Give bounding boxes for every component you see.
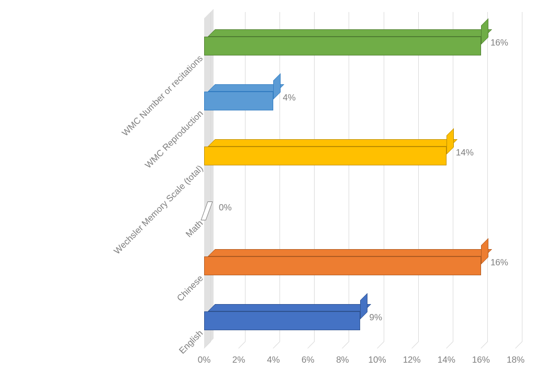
gridline [349,12,349,342]
y-tick-label: Wechsler Memory Scale (total) [112,163,205,256]
bar [204,147,447,165]
bar-front [204,256,481,275]
gridline [280,12,280,342]
gridline-floor [342,342,349,349]
gridline [418,12,419,342]
bar-value-label: 14% [456,148,474,158]
x-tick-label: 0% [198,355,211,365]
x-tick-label: 8% [336,355,349,365]
bar [204,37,481,55]
y-tick-label: WMC Reproduction [143,108,205,171]
bar-front [204,147,447,165]
gridline [522,12,522,342]
x-tick-label: 6% [302,355,315,365]
x-axis: 0%2%4%6%8%10%12%14%16%18% [204,355,516,371]
bar-top [208,139,457,147]
plot-backwall [210,12,522,342]
bar [204,256,481,275]
gridline [210,12,211,342]
bar-top [208,304,371,311]
x-tick-label: 10% [369,355,386,365]
bar-top [208,249,492,256]
bar-value-label: 16% [490,257,508,268]
y-tick-label: English [177,328,206,356]
gridline-floor [273,342,280,349]
bar-value-label: 16% [490,38,508,48]
gridline-floor [308,342,315,349]
bar-value-label: 9% [370,312,383,323]
gridline [245,12,245,342]
x-tick-label: 4% [267,355,280,365]
bar-front [204,92,273,110]
x-tick-label: 14% [438,355,455,365]
bar-chart: 9%16%0%14%4%16% 0%2%4%6%8%10%12%14%16%18… [0,0,558,392]
x-tick-label: 16% [472,355,490,365]
x-tick-label: 12% [403,355,421,365]
y-tick-label: Math [184,218,205,240]
gridline-floor [377,342,384,349]
y-tick-label: Chinese [175,273,205,304]
bar [204,92,273,110]
gridline [314,12,315,342]
gridline-floor [515,342,522,349]
bar-value-label: 0% [219,203,232,213]
plot-area: 9%16%0%14%4%16% [204,18,516,348]
x-tick-label: 18% [507,355,524,365]
gridline [487,12,488,342]
gridline [384,12,384,342]
gridline-floor [238,342,245,349]
gridline [453,12,453,342]
gridline-floor [481,342,487,349]
gridline-floor [411,342,418,349]
bar [204,311,360,330]
gridline-floor [446,342,453,349]
bar-front [204,311,360,330]
bar [204,201,209,220]
x-tick-label: 2% [232,355,245,365]
bar-front [204,37,481,55]
bar-value-label: 4% [283,93,296,103]
bar-top [208,29,492,37]
